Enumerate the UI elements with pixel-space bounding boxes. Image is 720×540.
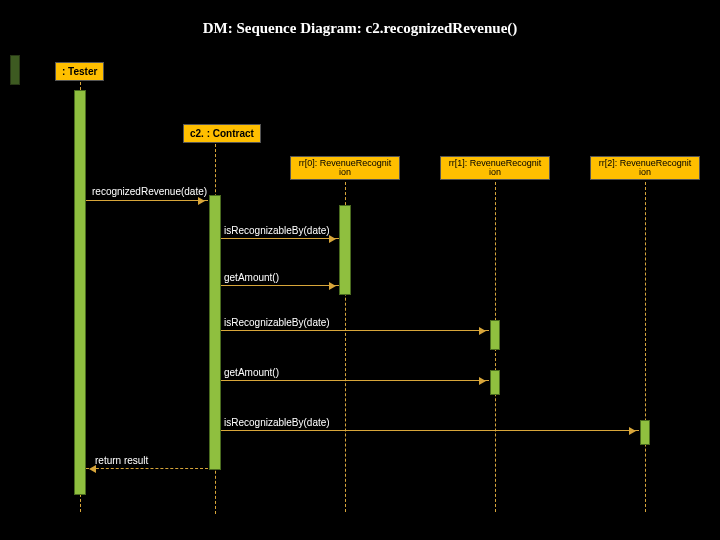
msg-is-recognizable-1: isRecognizableBy(date) <box>224 317 330 328</box>
diagram-header: DM: Sequence Diagram: c2.recognizedReven… <box>0 20 720 50</box>
arrow-m1 <box>86 200 208 201</box>
arrow-return <box>86 468 208 469</box>
participant-rr1: rr[1]: RevenueRecognition <box>440 156 550 180</box>
activation-contract <box>209 195 221 470</box>
msg-get-amount-1: getAmount() <box>224 367 279 378</box>
activation-rr1-a <box>490 320 500 350</box>
activation-tester <box>74 90 86 495</box>
msg-return-result: return result <box>95 455 148 466</box>
participant-tester: : Tester <box>55 62 104 81</box>
participant-contract: c2. : Contract <box>183 124 261 143</box>
msg-recognized-revenue: recognizedRevenue(date) <box>92 186 207 197</box>
arrow-m6 <box>221 430 639 431</box>
arrow-m2 <box>221 238 339 239</box>
activation-rr1-b <box>490 370 500 395</box>
activation-rr2 <box>640 420 650 445</box>
diagram-title: DM: Sequence Diagram: c2.recognizedReven… <box>0 20 720 37</box>
participant-rr0: rr[0]: RevenueRecognition <box>290 156 400 180</box>
activation-rr0 <box>339 205 351 295</box>
participant-rr2: rr[2]: RevenueRecognition <box>590 156 700 180</box>
activation-outer-top <box>10 55 20 85</box>
lifeline-rr2 <box>645 182 646 512</box>
msg-is-recognizable-0: isRecognizableBy(date) <box>224 225 330 236</box>
arrow-m5 <box>221 380 489 381</box>
msg-get-amount-0: getAmount() <box>224 272 279 283</box>
arrow-m3 <box>221 285 339 286</box>
msg-is-recognizable-2: isRecognizableBy(date) <box>224 417 330 428</box>
arrow-m4 <box>221 330 489 331</box>
